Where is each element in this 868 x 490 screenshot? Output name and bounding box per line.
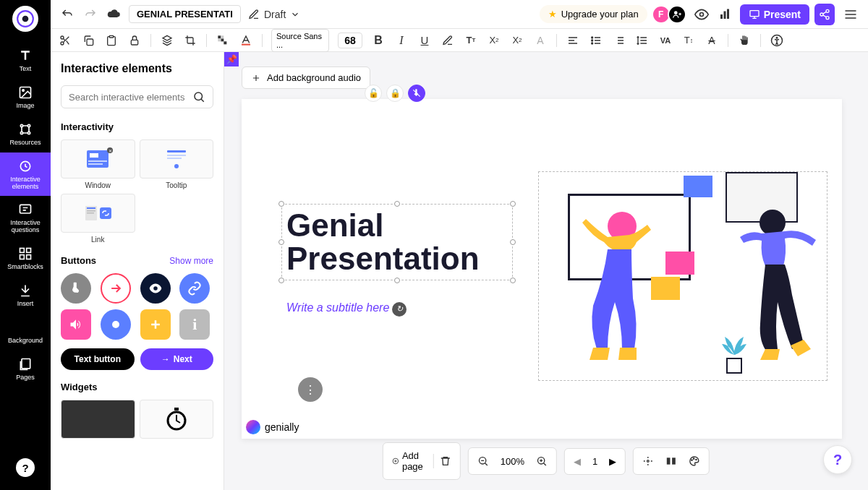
prev-page-button[interactable]: ◀ <box>568 452 587 471</box>
list-number-icon[interactable] <box>612 33 626 48</box>
text-button-sample[interactable]: Text button <box>61 348 135 370</box>
lock-icon[interactable] <box>127 33 142 48</box>
nav-interactive-elements[interactable]: Interactive elements <box>0 152 51 197</box>
next-button-sample[interactable]: →Next <box>140 348 214 370</box>
upgrade-plan-button[interactable]: ★Upgrade your plan <box>540 5 647 23</box>
slide-canvas[interactable]: 🔓 🔒 Genial Presentation Write a subtitle… <box>242 99 842 439</box>
page-number[interactable]: 1 <box>587 452 603 471</box>
nav-text[interactable]: Text <box>0 42 51 79</box>
zoom-in-button[interactable] <box>530 451 553 471</box>
unlock-button[interactable]: 🔓 <box>365 85 382 102</box>
text-icon <box>17 48 33 64</box>
share-button[interactable] <box>814 4 835 25</box>
status-dropdown[interactable]: Draft <box>248 9 300 20</box>
show-more-link[interactable]: Show more <box>169 256 213 266</box>
font-size-input[interactable] <box>338 33 362 48</box>
element-window[interactable]: ✕ Window <box>61 139 135 189</box>
grid-view-button[interactable] <box>660 451 683 471</box>
search-container <box>61 85 213 108</box>
collaborators[interactable]: F <box>655 5 686 24</box>
nav-background[interactable]: Background <box>0 314 51 351</box>
title-text-box[interactable]: Genial Presentation <box>281 204 513 280</box>
crop-icon[interactable] <box>183 33 197 48</box>
italic-icon[interactable]: I <box>394 33 409 48</box>
present-button[interactable]: Present <box>740 4 809 25</box>
layers-icon[interactable] <box>160 33 174 48</box>
no-interact-button[interactable] <box>408 85 425 102</box>
side-panel: Interactive elements Interactivity ✕ Win… <box>51 52 224 490</box>
button-plus[interactable] <box>140 309 171 340</box>
highlight-icon[interactable] <box>441 33 455 48</box>
widget-1[interactable] <box>61 400 135 439</box>
hand-icon[interactable] <box>737 33 752 48</box>
more-options-button[interactable]: ⋮ <box>298 377 323 402</box>
font-family-select[interactable]: Source Sans ... <box>271 29 329 52</box>
copy-icon[interactable] <box>81 33 95 48</box>
element-link[interactable]: Link <box>61 194 135 244</box>
palette-button[interactable] <box>683 451 706 471</box>
button-sound[interactable] <box>61 309 91 340</box>
lock-group-button[interactable]: 🔒 <box>386 85 404 102</box>
text-direction-icon[interactable]: T↕ <box>681 33 696 48</box>
svg-rect-55 <box>100 207 111 219</box>
list-bullet-icon[interactable] <box>589 33 603 48</box>
line-height-icon[interactable] <box>635 33 650 48</box>
cut-icon[interactable] <box>58 33 72 48</box>
svg-rect-54 <box>87 212 94 214</box>
redo-button[interactable] <box>82 7 98 22</box>
paste-icon[interactable] <box>104 33 119 48</box>
opacity-icon[interactable] <box>216 33 230 48</box>
menu-button[interactable] <box>842 6 859 23</box>
text-color-icon[interactable] <box>239 33 253 48</box>
slide-title[interactable]: Genial Presentation <box>286 209 508 275</box>
clear-format-icon[interactable]: A <box>533 33 548 48</box>
undo-button[interactable] <box>59 7 75 22</box>
nav-smartblocks[interactable]: Smartblocks <box>0 240 51 277</box>
element-tooltip[interactable]: Tooltip <box>140 139 214 189</box>
button-arrow[interactable] <box>101 273 131 304</box>
superscript-icon[interactable]: X2 <box>487 33 501 48</box>
clear-icon[interactable]: A <box>705 33 719 48</box>
pin-icon[interactable]: 📌 <box>224 52 239 66</box>
add-audio-button[interactable]: Add background audio <box>242 66 370 89</box>
nav-image[interactable]: Image <box>0 79 51 116</box>
svg-text:✕: ✕ <box>109 149 112 153</box>
button-eye[interactable] <box>140 273 171 304</box>
button-link[interactable] <box>179 273 210 304</box>
help-float-button[interactable]: ? <box>823 445 852 474</box>
eye-icon[interactable] <box>694 7 710 22</box>
delete-page-button[interactable] <box>434 451 457 471</box>
button-info[interactable]: i <box>179 309 210 340</box>
help-button[interactable]: ? <box>16 458 35 477</box>
button-touch[interactable] <box>61 273 91 304</box>
nav-resources[interactable]: Resources <box>0 116 51 152</box>
bold-icon[interactable]: B <box>371 33 386 48</box>
add-page-button[interactable]: Add page <box>386 446 433 476</box>
panel-title: Interactive elements <box>61 62 213 75</box>
illustration-group[interactable] <box>538 171 827 381</box>
svg-rect-10 <box>20 249 25 253</box>
nav-interactive-questions[interactable]: Interactive questions <box>0 196 51 240</box>
button-record[interactable] <box>101 309 131 340</box>
search-icon[interactable] <box>192 90 205 103</box>
presentation-title-input[interactable] <box>129 5 241 23</box>
subscript-icon[interactable]: X2 <box>510 33 524 48</box>
text-size-icon[interactable]: TT <box>464 33 478 48</box>
fit-button[interactable] <box>637 451 660 471</box>
add-collaborator-button[interactable] <box>668 5 686 24</box>
stats-icon[interactable] <box>717 7 733 22</box>
search-input[interactable] <box>69 92 192 103</box>
zoom-level[interactable]: 100% <box>495 452 530 471</box>
accessibility-icon[interactable] <box>770 33 784 48</box>
next-page-button[interactable]: ▶ <box>603 452 622 471</box>
logo[interactable] <box>12 6 38 32</box>
nav-pages[interactable]: Pages <box>0 351 51 387</box>
widget-2[interactable] <box>140 400 214 439</box>
nav-insert[interactable]: Insert <box>0 277 51 314</box>
refresh-icon[interactable]: ↻ <box>392 302 407 317</box>
zoom-out-button[interactable] <box>472 451 495 471</box>
slide-subtitle[interactable]: Write a subtitle here↻ <box>286 301 407 317</box>
vertical-align-icon[interactable]: VA <box>658 33 673 48</box>
align-icon[interactable] <box>566 33 580 48</box>
underline-icon[interactable]: U <box>417 33 432 48</box>
